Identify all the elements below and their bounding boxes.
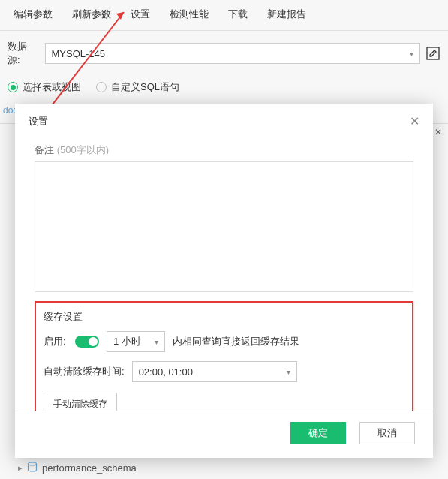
remark-label: 备注 (500字以内) [35, 143, 413, 157]
cancel-button[interactable]: 取消 [359, 422, 415, 444]
settings-dialog: 设置 ✕ 备注 (500字以内) 缓存设置 启用: 1 小时 ▾ [15, 104, 433, 458]
manual-clear-button[interactable]: 手动清除缓存 [44, 393, 117, 411]
cache-duration-value: 1 小时 [113, 335, 141, 348]
dialog-footer: 确定 取消 [15, 411, 433, 458]
auto-clear-value: 02:00, 01:00 [139, 366, 193, 378]
remark-label-text: 备注 [35, 144, 54, 155]
enable-toggle[interactable] [75, 336, 99, 348]
cache-settings-section: 缓存设置 启用: 1 小时 ▾ 内相同查询直接返回缓存结果 自动清除缓存时间: [35, 301, 413, 411]
ok-button[interactable]: 确定 [290, 422, 346, 444]
remark-hint: (500字以内) [57, 144, 109, 155]
enable-label: 启用: [44, 335, 68, 348]
dialog-close-icon[interactable]: ✕ [410, 114, 419, 128]
chevron-down-icon: ▾ [287, 368, 290, 376]
auto-clear-row: 自动清除缓存时间: 02:00, 01:00 ▾ [44, 361, 404, 382]
auto-clear-time-select[interactable]: 02:00, 01:00 ▾ [132, 361, 297, 382]
dialog-title: 设置 [29, 115, 48, 128]
dialog-header: 设置 ✕ [15, 104, 433, 139]
cache-section-title: 缓存设置 [44, 310, 404, 324]
auto-clear-label: 自动清除缓存时间: [44, 365, 125, 378]
cache-duration-select[interactable]: 1 小时 ▾ [107, 331, 165, 352]
cache-hint: 内相同查询直接返回缓存结果 [173, 335, 299, 348]
chevron-down-icon: ▾ [155, 338, 158, 346]
dialog-body: 备注 (500字以内) 缓存设置 启用: 1 小时 ▾ 内相同查询直接返回缓存结… [15, 139, 433, 411]
cache-enable-row: 启用: 1 小时 ▾ 内相同查询直接返回缓存结果 [44, 331, 404, 352]
remark-textarea[interactable] [35, 161, 413, 292]
modal-overlay: 设置 ✕ 备注 (500字以内) 缓存设置 启用: 1 小时 ▾ [0, 0, 448, 479]
